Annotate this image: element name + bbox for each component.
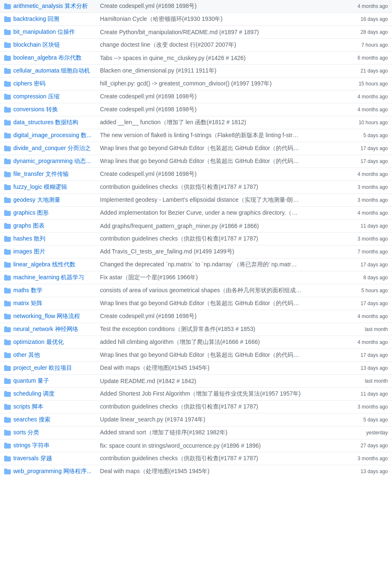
commit-message: Blacken one_dimensional.py (#1911 1911年) [100,67,216,74]
commit-time: 13 days ago [335,362,392,375]
folder-name[interactable]: web_programming 网络程序... [13,468,92,475]
folder-name[interactable]: fuzzy_logic 模糊逻辑 [13,183,67,191]
folder-name[interactable]: cellular_automata 细胞自动机 [13,67,90,75]
commit-time: 3 months ago [335,194,392,207]
table-row: optimization 最优化added hill climbing algo… [0,336,392,349]
folder-name[interactable]: maths 数学 [13,287,42,294]
folder-name[interactable]: boolean_algebra 布尔代数 [13,54,82,62]
folder-icon [4,68,11,74]
folder-name[interactable]: neural_network 神经网络 [13,326,78,333]
table-row: other 其他Wrap lines that go beyond GitHub… [0,349,392,362]
folder-name[interactable]: other 其他 [13,351,40,359]
table-row: searches 搜索Update linear_search.py (#197… [0,414,392,426]
commit-message: Update linear_search.py (#1974 1974年) [100,416,205,423]
folder-name[interactable]: compression 压缩 [13,93,60,100]
folder-name[interactable]: dynamic_programming 动态... [13,158,91,165]
table-row: conversions 转换Create codespell.yml (#169… [0,103,392,116]
folder-name[interactable]: digital_image_processing 数... [13,132,92,139]
commit-message: Changed the deprecated `np.matrix` to `n… [100,261,297,268]
table-row: scripts 脚本contribution guidelines checks… [0,401,392,414]
table-row: backtracking 回溯Hamiltonian Cycle（哈密顿循环(#… [0,13,392,26]
folder-name[interactable]: geodesy 大地测量 [13,196,60,204]
commit-time: 3 months ago [335,233,392,246]
table-row: traversals 穿越contribution guidelines che… [0,452,392,465]
folder-icon [4,210,11,216]
table-row: matrix 矩阵Wrap lines that go beyond GitHu… [0,297,392,310]
folder-icon [4,55,11,61]
folder-icon [4,404,11,410]
folder-icon [4,3,11,10]
folder-name[interactable]: images 图片 [13,248,45,256]
commit-message: Create codespell.yml (#1698 1698号) [100,170,197,177]
folder-name[interactable]: strings 字符串 [13,442,50,449]
folder-icon [4,455,11,462]
folder-name[interactable]: hashes 散列 [13,235,45,243]
commit-time: 17 days ago [335,258,392,271]
folder-icon [4,429,11,436]
folder-icon [4,326,11,333]
folder-name[interactable]: divide_and_conquer 分而治之 [13,145,91,152]
commit-time: 4 months ago [335,207,392,220]
commit-message: Create codespell.yml (#1698 1698号) [100,3,197,9]
folder-name[interactable]: project_euler 欧拉项目 [13,364,72,372]
folder-name[interactable]: scheduling 调度 [13,390,55,398]
folder-name[interactable]: graphs 图表 [13,222,45,230]
folder-icon [4,171,11,178]
table-row: boolean_algebra 布尔代数Tabs --> spaces in q… [0,52,392,65]
commit-message: Test the exception conditions（测试异常条件(#18… [100,326,255,332]
folder-name[interactable]: arithmetic_analysis 算术分析 [13,3,88,10]
folder-icon [4,365,11,371]
commit-time: last month [335,375,392,388]
folder-name[interactable]: data_structures 数据结构 [13,119,78,126]
folder-name[interactable]: backtracking 回溯 [13,15,59,23]
table-row: fuzzy_logic 模糊逻辑contribution guidelines … [0,181,392,194]
folder-name[interactable]: graphics 图形 [13,209,49,217]
commit-time: 3 months ago [335,181,392,194]
folder-name[interactable]: searches 搜索 [13,416,50,424]
commit-message: contribution guidelines checks（供款指引检查(#1… [100,235,258,242]
commit-time: 17 days ago [335,155,392,168]
table-row: arithmetic_analysis 算术分析Create codespell… [0,0,392,13]
folder-name[interactable]: matrix 矩阵 [13,300,42,307]
table-row: strings 字符串fix: space count in strings/w… [0,439,392,452]
commit-message: Add graphs/frequent_pattern_graph_miner.… [100,223,259,229]
commit-time: 16 days ago [335,13,392,26]
folder-icon [4,184,11,190]
folder-name[interactable]: blockchain 区块链 [13,41,60,49]
folder-name[interactable]: ciphers 密码 [13,80,45,88]
table-row: hashes 散列contribution guidelines checks（… [0,233,392,246]
commit-message: Wrap lines that go beyond GitHub Editor（… [100,158,299,164]
commit-time: 5 days ago [335,414,392,426]
commit-message: Implemented geodesy - Lambert's ellipsoi… [100,196,299,203]
folder-name[interactable]: machine_learning 机器学习 [13,274,84,281]
folder-name[interactable]: sorts 分类 [13,429,39,436]
folder-icon [4,106,11,113]
folder-name[interactable]: quantum 量子 [13,377,49,385]
table-row: web_programming 网络程序...Deal with maps（处理… [0,465,392,478]
commit-time: 4 months ago [335,310,392,323]
folder-name[interactable]: file_transfer 文件传输 [13,170,69,178]
folder-name[interactable]: networking_flow 网络流程 [13,313,80,320]
folder-name[interactable]: bit_manipulation 位操作 [13,28,75,36]
folder-name[interactable]: linear_algebra 线性代数 [13,261,75,268]
folder-name[interactable]: scripts 脚本 [13,403,43,411]
commit-time: 4 months ago [335,336,392,349]
folder-name[interactable]: optimization 最优化 [13,338,64,346]
table-row: graphics 图形Added implementation for Bezi… [0,207,392,220]
commit-time: 3 months ago [335,401,392,414]
commit-message: contribution guidelines checks（供款指引检查(#1… [100,183,258,190]
commit-time: 21 days ago [335,65,392,78]
commit-message: fix: space count in strings/word_occurre… [100,442,261,449]
commit-time: 17 days ago [335,349,392,362]
commit-time: 4 months ago [335,90,392,103]
folder-name[interactable]: traversals 穿越 [13,455,52,462]
folder-icon [4,158,11,165]
commit-message: contribution guidelines checks（供款指引检查(#1… [100,403,258,410]
commit-message: Wrap lines that go beyond GitHub Editor（… [100,300,299,306]
folder-name[interactable]: conversions 转换 [13,106,58,113]
folder-icon [4,300,11,307]
commit-time: 15 hours ago [335,78,392,90]
table-row: compression 压缩Create codespell.yml (#169… [0,90,392,103]
table-row: blockchain 区块链change doctest line（改变 doc… [0,39,392,52]
table-row: neural_network 神经网络Test the exception co… [0,323,392,336]
